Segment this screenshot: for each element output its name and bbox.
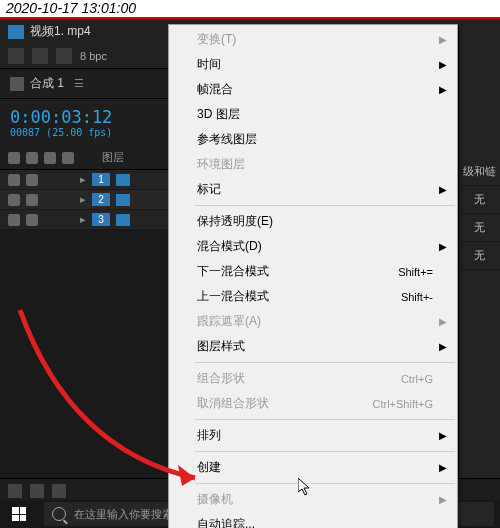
twirl-icon[interactable]: ▸ [80, 173, 86, 186]
menu-item-label: 下一混合模式 [197, 263, 269, 280]
timestamp-text: 2020-10-17 13:01:00 [6, 0, 136, 16]
right-panel-strip: 级和链 无 无 无 [458, 24, 500, 500]
bpc-label[interactable]: 8 bpc [80, 50, 107, 62]
menu-item[interactable]: 上一混合模式Shift+- [169, 284, 457, 309]
submenu-arrow-icon: ▶ [439, 34, 447, 45]
menu-item-label: 取消组合形状 [197, 395, 269, 412]
layer-col-label: 图层 [102, 150, 124, 165]
submenu-arrow-icon: ▶ [439, 84, 447, 95]
comp-icon [10, 77, 24, 91]
menu-item-label: 变换(T) [197, 31, 236, 48]
right-val[interactable]: 无 [459, 214, 500, 242]
lock-icon[interactable] [62, 152, 74, 164]
solo-icon[interactable] [44, 152, 56, 164]
menu-item[interactable]: 3D 图层 [169, 102, 457, 127]
menu-item-label: 3D 图层 [197, 106, 240, 123]
layer-number: 1 [92, 173, 110, 186]
menu-shortcut: Ctrl+Shift+G [372, 398, 433, 410]
menu-item: 环境图层 [169, 152, 457, 177]
render-icon[interactable] [8, 484, 22, 498]
menu-item[interactable]: 时间▶ [169, 52, 457, 77]
layer-thumb [116, 214, 130, 226]
eye-icon[interactable] [8, 194, 20, 206]
menu-item-label: 混合模式(D) [197, 238, 262, 255]
close-icon[interactable]: ☰ [74, 77, 84, 90]
menu-item[interactable]: 下一混合模式Shift+= [169, 259, 457, 284]
project-filename[interactable]: 视频1. mp4 [30, 23, 91, 40]
speaker-icon[interactable] [26, 194, 38, 206]
submenu-arrow-icon: ▶ [439, 241, 447, 252]
right-val[interactable]: 无 [459, 242, 500, 270]
menu-shortcut: Shift+= [398, 266, 433, 278]
speaker-icon[interactable] [26, 214, 38, 226]
twirl-icon[interactable]: ▸ [80, 193, 86, 206]
start-button[interactable] [0, 500, 38, 528]
context-menu: 变换(T)▶时间▶帧混合▶3D 图层参考线图层环境图层标记▶保持透明度(E)混合… [168, 24, 458, 528]
menu-item-label: 时间 [197, 56, 221, 73]
layer-thumb [116, 194, 130, 206]
menu-item[interactable]: 自动追踪... [169, 512, 457, 528]
toolbar-icon[interactable] [32, 48, 48, 64]
search-icon [52, 507, 66, 521]
menu-item-label: 排列 [197, 427, 221, 444]
menu-item-label: 摄像机 [197, 491, 233, 508]
menu-item: 变换(T)▶ [169, 27, 457, 52]
menu-shortcut: Ctrl+G [401, 373, 433, 385]
menu-separator [195, 451, 455, 452]
submenu-arrow-icon: ▶ [439, 184, 447, 195]
menu-item: 组合形状Ctrl+G [169, 366, 457, 391]
switches-icon[interactable] [30, 484, 44, 498]
right-header: 级和链 [459, 158, 500, 186]
menu-item-label: 自动追踪... [197, 516, 255, 528]
menu-item-label: 环境图层 [197, 156, 245, 173]
timestamp-bar: 2020-10-17 13:01:00 [0, 0, 500, 19]
menu-item-label: 上一混合模式 [197, 288, 269, 305]
cursor-icon [298, 478, 314, 498]
modes-icon[interactable] [52, 484, 66, 498]
menu-item[interactable]: 图层样式▶ [169, 334, 457, 359]
menu-item-label: 帧混合 [197, 81, 233, 98]
submenu-arrow-icon: ▶ [439, 59, 447, 70]
menu-shortcut: Shift+- [401, 291, 433, 303]
submenu-arrow-icon: ▶ [439, 341, 447, 352]
menu-item[interactable]: 混合模式(D)▶ [169, 234, 457, 259]
menu-item[interactable]: 参考线图层 [169, 127, 457, 152]
menu-item[interactable]: 保持透明度(E) [169, 209, 457, 234]
speaker-icon[interactable] [26, 174, 38, 186]
eye-icon[interactable] [8, 174, 20, 186]
submenu-arrow-icon: ▶ [439, 462, 447, 473]
toolbar-icon[interactable] [8, 48, 24, 64]
menu-item-label: 创建 [197, 459, 221, 476]
menu-item-label: 保持透明度(E) [197, 213, 273, 230]
submenu-arrow-icon: ▶ [439, 494, 447, 505]
menu-item-label: 跟踪遮罩(A) [197, 313, 261, 330]
layer-number: 3 [92, 213, 110, 226]
menu-item-label: 组合形状 [197, 370, 245, 387]
toolbar-icon[interactable] [56, 48, 72, 64]
menu-item[interactable]: 创建▶ [169, 455, 457, 480]
menu-item: 跟踪遮罩(A)▶ [169, 309, 457, 334]
right-val[interactable]: 无 [459, 186, 500, 214]
menu-separator [195, 483, 455, 484]
menu-item[interactable]: 标记▶ [169, 177, 457, 202]
windows-icon [12, 507, 26, 521]
menu-item[interactable]: 排列▶ [169, 423, 457, 448]
menu-item: 取消组合形状Ctrl+Shift+G [169, 391, 457, 416]
comp-name: 合成 1 [30, 75, 64, 92]
speaker-icon[interactable] [26, 152, 38, 164]
layer-thumb [116, 174, 130, 186]
submenu-arrow-icon: ▶ [439, 316, 447, 327]
menu-item-label: 标记 [197, 181, 221, 198]
eye-icon[interactable] [8, 214, 20, 226]
menu-item[interactable]: 帧混合▶ [169, 77, 457, 102]
menu-separator [195, 419, 455, 420]
menu-separator [195, 205, 455, 206]
twirl-icon[interactable]: ▸ [80, 213, 86, 226]
file-icon [8, 25, 24, 39]
submenu-arrow-icon: ▶ [439, 430, 447, 441]
menu-separator [195, 362, 455, 363]
menu-item-label: 图层样式 [197, 338, 245, 355]
eye-icon[interactable] [8, 152, 20, 164]
menu-item-label: 参考线图层 [197, 131, 257, 148]
layer-number: 2 [92, 193, 110, 206]
